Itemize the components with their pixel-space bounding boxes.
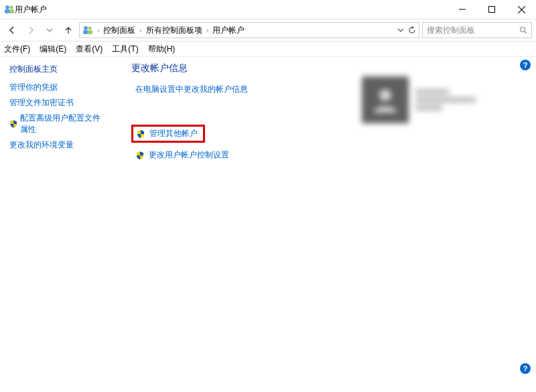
svg-rect-3 xyxy=(9,9,14,13)
sidebar: 控制面板主页 管理你的凭据 管理文件加密证书 配置高级用户配置文件属性 更改我的… xyxy=(0,57,113,392)
back-button[interactable] xyxy=(4,22,20,38)
svg-point-2 xyxy=(10,6,13,9)
svg-rect-5 xyxy=(489,7,495,13)
breadcrumb-item[interactable]: 所有控制面板项 xyxy=(146,25,202,36)
help-icon-bottom[interactable]: ? xyxy=(520,363,531,374)
svg-rect-1 xyxy=(5,9,10,13)
breadcrumb-item[interactable]: 用户帐户 xyxy=(212,25,245,36)
sidebar-link-advanced-profile[interactable]: 配置高级用户配置文件属性 xyxy=(9,113,106,135)
navigation-bar: › 控制面板 › 所有控制面板项 › 用户帐户 搜索控制面板 xyxy=(0,19,536,42)
svg-point-12 xyxy=(521,27,525,32)
svg-rect-9 xyxy=(83,30,88,34)
refresh-icon[interactable] xyxy=(408,26,416,34)
svg-line-13 xyxy=(525,31,527,34)
address-icon xyxy=(82,25,93,36)
link-label: 在电脑设置中更改我的帐户信息 xyxy=(135,84,248,95)
close-button[interactable] xyxy=(507,0,536,19)
sidebar-link-label: 更改我的环境变量 xyxy=(9,139,74,151)
sidebar-link-label: 配置高级用户配置文件属性 xyxy=(20,113,106,135)
sidebar-link-env-vars[interactable]: 更改我的环境变量 xyxy=(9,139,106,151)
svg-point-0 xyxy=(5,5,9,9)
menu-view[interactable]: 查看(V) xyxy=(76,44,103,55)
breadcrumb-item[interactable]: 控制面板 xyxy=(103,25,135,36)
link-change-uac-settings[interactable]: 更改用户帐户控制设置 xyxy=(135,149,525,161)
title-bar: 用户帐户 xyxy=(0,0,536,19)
svg-point-14 xyxy=(379,89,391,101)
address-bar[interactable]: › 控制面板 › 所有控制面板项 › 用户帐户 xyxy=(79,22,419,38)
chevron-right-icon: › xyxy=(206,27,208,34)
sidebar-title[interactable]: 控制面板主页 xyxy=(9,64,106,75)
svg-rect-11 xyxy=(88,30,92,34)
user-info-text xyxy=(415,86,476,113)
sidebar-link-encryption-certs[interactable]: 管理文件加密证书 xyxy=(9,97,106,109)
link-label: 更改用户帐户控制设置 xyxy=(149,149,229,161)
menu-edit[interactable]: 编辑(E) xyxy=(40,44,66,55)
search-input[interactable]: 搜索控制面板 xyxy=(422,22,532,38)
link-label: 管理其他帐户 xyxy=(149,128,198,139)
highlighted-link-manage-other-accounts[interactable]: 管理其他帐户 xyxy=(131,125,205,143)
maximize-button[interactable] xyxy=(477,0,507,19)
chevron-right-icon: › xyxy=(139,27,141,34)
search-icon xyxy=(519,26,527,34)
content-body: ? 控制面板主页 管理你的凭据 管理文件加密证书 配置高级用户配置文件属性 更改… xyxy=(0,57,536,392)
menu-tools[interactable]: 工具(T) xyxy=(112,44,138,55)
search-placeholder: 搜索控制面板 xyxy=(427,25,475,36)
shield-icon xyxy=(136,129,145,139)
user-accounts-icon xyxy=(4,4,15,15)
menu-bar: 文件(F) 编辑(E) 查看(V) 工具(T) 帮助(H) xyxy=(0,42,536,57)
current-user-tile xyxy=(362,73,516,127)
chevron-right-icon: › xyxy=(97,27,99,34)
sidebar-link-label: 管理你的凭据 xyxy=(9,82,58,93)
chevron-down-icon[interactable] xyxy=(397,27,404,34)
sidebar-link-credentials[interactable]: 管理你的凭据 xyxy=(9,82,106,93)
window-controls xyxy=(448,0,536,19)
window-title: 用户帐户 xyxy=(15,4,47,15)
recent-locations-button[interactable] xyxy=(42,22,58,38)
svg-point-8 xyxy=(84,26,88,30)
minimize-button[interactable] xyxy=(448,0,477,19)
svg-point-10 xyxy=(88,27,92,30)
shield-icon xyxy=(9,119,17,129)
avatar xyxy=(362,76,409,123)
forward-button[interactable] xyxy=(23,22,39,38)
menu-file[interactable]: 文件(F) xyxy=(4,44,30,55)
sidebar-link-label: 管理文件加密证书 xyxy=(9,97,74,109)
menu-help[interactable]: 帮助(H) xyxy=(148,44,176,55)
main-content: 更改帐户信息 在电脑设置中更改我的帐户信息 管理其他帐户 更改用户帐户控制设置 xyxy=(113,57,536,392)
up-button[interactable] xyxy=(60,22,76,38)
shield-icon xyxy=(135,151,145,160)
